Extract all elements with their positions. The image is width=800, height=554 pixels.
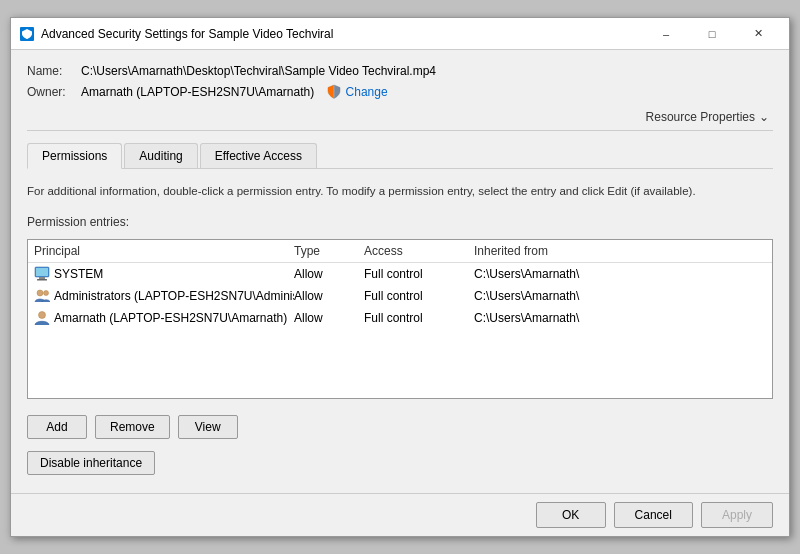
- window-controls: – □ ✕: [643, 18, 781, 50]
- system-icon: [34, 266, 50, 282]
- admin-icon: [34, 288, 50, 304]
- apply-button[interactable]: Apply: [701, 502, 773, 528]
- shield-icon: [326, 84, 342, 100]
- svg-point-6: [44, 290, 49, 295]
- name-value: C:\Users\Amarnath\Desktop\Techviral\Samp…: [81, 64, 436, 78]
- inheritance-button-row: Disable inheritance: [27, 451, 773, 475]
- window-title: Advanced Security Settings for Sample Vi…: [41, 27, 643, 41]
- svg-rect-3: [37, 279, 47, 281]
- cell-access-1: Full control: [364, 267, 474, 281]
- svg-rect-4: [36, 268, 48, 276]
- col-inherited: Inherited from: [474, 244, 766, 258]
- owner-row: Owner: Amarnath (LAPTOP-ESH2SN7U\Amarnat…: [27, 84, 773, 100]
- add-button[interactable]: Add: [27, 415, 87, 439]
- svg-point-7: [39, 311, 46, 318]
- cell-principal-1: SYSTEM: [34, 266, 294, 282]
- cell-principal-2: Administrators (LAPTOP-ESH2SN7U\Administ…: [34, 288, 294, 304]
- cell-inherited-2: C:\Users\Amarnath\: [474, 289, 766, 303]
- col-type: Type: [294, 244, 364, 258]
- cell-principal-3: Amarnath (LAPTOP-ESH2SN7U\Amarnath): [34, 310, 294, 326]
- main-window: Advanced Security Settings for Sample Vi…: [10, 17, 790, 536]
- name-label: Name:: [27, 64, 77, 78]
- cell-type-2: Allow: [294, 289, 364, 303]
- disable-inheritance-button[interactable]: Disable inheritance: [27, 451, 155, 475]
- title-bar: Advanced Security Settings for Sample Vi…: [11, 18, 789, 50]
- ok-button[interactable]: OK: [536, 502, 606, 528]
- tab-auditing[interactable]: Auditing: [124, 143, 197, 168]
- permissions-table: Principal Type Access Inherited from: [27, 239, 773, 399]
- change-link[interactable]: Change: [346, 85, 388, 99]
- permission-entries-label: Permission entries:: [27, 215, 773, 229]
- minimize-button[interactable]: –: [643, 18, 689, 50]
- svg-rect-2: [39, 277, 45, 279]
- resource-properties-row: Resource Properties ⌄: [27, 106, 773, 131]
- cancel-button[interactable]: Cancel: [614, 502, 693, 528]
- name-row: Name: C:\Users\Amarnath\Desktop\Techvira…: [27, 64, 773, 78]
- tabs-container: Permissions Auditing Effective Access: [27, 143, 773, 169]
- svg-point-5: [37, 290, 43, 296]
- cell-inherited-3: C:\Users\Amarnath\: [474, 311, 766, 325]
- content-area: Name: C:\Users\Amarnath\Desktop\Techvira…: [11, 50, 789, 484]
- cell-access-3: Full control: [364, 311, 474, 325]
- table-row[interactable]: SYSTEM Allow Full control C:\Users\Amarn…: [28, 263, 772, 285]
- chevron-down-icon: ⌄: [759, 110, 769, 124]
- col-access: Access: [364, 244, 474, 258]
- maximize-button[interactable]: □: [689, 18, 735, 50]
- table-header: Principal Type Access Inherited from: [28, 240, 772, 263]
- view-button[interactable]: View: [178, 415, 238, 439]
- table-row[interactable]: Amarnath (LAPTOP-ESH2SN7U\Amarnath) Allo…: [28, 307, 772, 329]
- description-text: For additional information, double-click…: [27, 183, 773, 200]
- table-row[interactable]: Administrators (LAPTOP-ESH2SN7U\Administ…: [28, 285, 772, 307]
- remove-button[interactable]: Remove: [95, 415, 170, 439]
- cell-type-1: Allow: [294, 267, 364, 281]
- action-buttons: Add Remove View: [27, 415, 773, 439]
- resource-properties-button[interactable]: Resource Properties ⌄: [642, 108, 773, 126]
- cell-inherited-1: C:\Users\Amarnath\: [474, 267, 766, 281]
- cell-access-2: Full control: [364, 289, 474, 303]
- tab-effective-access[interactable]: Effective Access: [200, 143, 317, 168]
- user-icon: [34, 310, 50, 326]
- cell-type-3: Allow: [294, 311, 364, 325]
- tab-permissions[interactable]: Permissions: [27, 143, 122, 169]
- close-button[interactable]: ✕: [735, 18, 781, 50]
- footer: OK Cancel Apply: [11, 493, 789, 536]
- owner-value: Amarnath (LAPTOP-ESH2SN7U\Amarnath): [81, 85, 314, 99]
- owner-label: Owner:: [27, 85, 77, 99]
- window-icon: [19, 26, 35, 42]
- col-principal: Principal: [34, 244, 294, 258]
- resource-properties-label: Resource Properties: [646, 110, 755, 124]
